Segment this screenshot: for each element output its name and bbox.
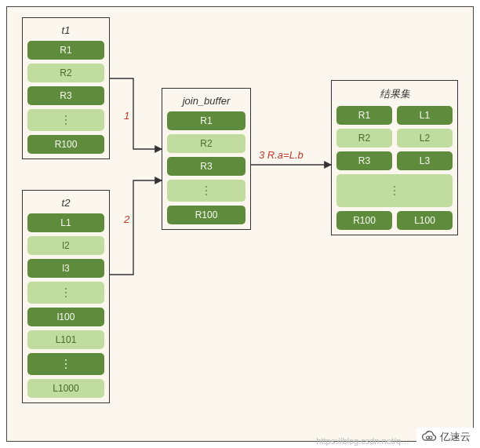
result-cell-r: R1	[336, 106, 392, 125]
table-row: R100	[27, 135, 104, 154]
table-row: l100	[27, 308, 104, 326]
table-t2: t2 L1 l2 l3 l100 L101 L1000	[22, 190, 110, 403]
table-row: R3	[27, 86, 104, 105]
brand-badge: 亿速云	[416, 428, 475, 446]
cloud-icon	[421, 429, 437, 445]
result-set: 结果集 R1 L1 R2 L2 R3 L3 R100 L100	[331, 80, 458, 235]
brand-label: 亿速云	[440, 430, 471, 444]
result-row: R2 L2	[336, 129, 453, 148]
table-row-ellipsis	[167, 180, 245, 202]
result-cell-r: R2	[336, 129, 392, 148]
result-set-title: 结果集	[336, 87, 453, 101]
edge-label-1: 1	[124, 110, 129, 122]
table-row: R1	[27, 41, 104, 60]
table-row-ellipsis	[27, 353, 104, 375]
result-cell-r: R3	[336, 151, 392, 170]
result-row: R100 L100	[336, 211, 453, 230]
table-row: L101	[27, 330, 104, 349]
svg-point-0	[427, 436, 430, 439]
edge-label-2: 2	[124, 213, 129, 225]
join-buffer-title: join_buffer	[167, 95, 245, 107]
edge-label-3: 3 R.a=L.b	[259, 149, 304, 161]
result-cell-l: L3	[397, 151, 453, 170]
table-row: R2	[167, 134, 245, 153]
watermark-text: https://blog.csdn.net/q…	[316, 436, 409, 446]
table-row-ellipsis	[27, 109, 104, 131]
table-t1-title: t1	[27, 24, 104, 36]
table-row: l2	[27, 236, 104, 255]
join-buffer: join_buffer R1 R2 R3 R100	[162, 88, 251, 230]
table-row: R100	[167, 206, 245, 224]
result-row: R1 L1	[336, 106, 453, 125]
result-cell-r: R100	[336, 211, 392, 230]
result-cell-l: L1	[397, 106, 453, 125]
table-row: l3	[27, 259, 104, 278]
table-t1: t1 R1 R2 R3 R100	[22, 17, 110, 159]
result-row: R3 L3	[336, 151, 453, 170]
result-row-ellipsis	[336, 174, 453, 207]
table-row-ellipsis	[27, 282, 104, 304]
table-row: L1000	[27, 379, 104, 398]
table-t2-title: t2	[27, 197, 104, 209]
svg-point-1	[429, 436, 432, 439]
result-cell-l: L100	[397, 211, 453, 230]
table-row: R2	[27, 64, 104, 82]
table-row: R1	[167, 111, 245, 130]
table-row: L1	[27, 213, 104, 232]
result-cell-l: L2	[397, 129, 453, 148]
table-row: R3	[167, 157, 245, 176]
